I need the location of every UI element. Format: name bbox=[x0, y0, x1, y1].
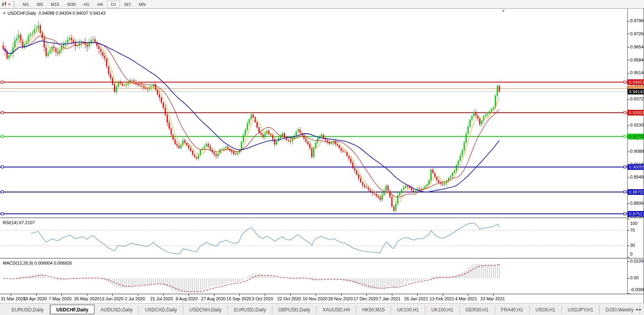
hline-price-label: 0.91709 bbox=[628, 134, 644, 139]
date-tick-label: 10 Nov 2020 bbox=[303, 296, 327, 301]
ohlc-close: 0.94143 bbox=[90, 11, 106, 15]
price-tick-label: 0.97260 bbox=[630, 31, 644, 36]
rsi-scale-label: 30 bbox=[630, 243, 635, 248]
chart-tab-9[interactable]: UK100,H1 bbox=[391, 305, 425, 314]
ohlc-open: 0.94088 bbox=[39, 11, 54, 15]
date-tick-label: 2 Jul 2020 bbox=[125, 296, 145, 301]
chart-tab-8[interactable]: HK50,M15 bbox=[356, 305, 391, 314]
date-tick-label: 26 Jan 2021 bbox=[404, 296, 428, 301]
toolbar-grip[interactable] bbox=[13, 1, 17, 7]
macd-scale-label: 0.00 bbox=[630, 275, 638, 280]
chevron-down-icon[interactable]: ▾ bbox=[8, 2, 10, 6]
macd-value-main: 0.006804 bbox=[34, 261, 52, 265]
date-tick-label: 21 Jul 2020 bbox=[150, 296, 173, 301]
date-tick-label: 8 Aug 2020 bbox=[175, 296, 198, 301]
timeframe-button-m15[interactable]: M15 bbox=[47, 1, 63, 8]
timeframe-button-h1[interactable]: H1 bbox=[80, 1, 93, 8]
chart-tab-13[interactable]: USOil,H1 bbox=[530, 305, 562, 314]
timeframe-button-m5[interactable]: M5 bbox=[33, 1, 46, 8]
hline-price-label: 0.87513 bbox=[628, 211, 644, 217]
chart-tab-11[interactable]: GER30,H1 bbox=[460, 305, 495, 314]
rsi-label: RSI(14) 67.2107 bbox=[3, 220, 35, 225]
current-price-label: 0.94143 bbox=[628, 89, 644, 94]
date-tick-label: 3 Oct 2020 bbox=[252, 296, 273, 301]
price-tick-label: 0.89480 bbox=[630, 175, 644, 179]
date-tick-label: 23 Mar 2021 bbox=[480, 296, 505, 301]
chart-tab-12[interactable]: FRA40,H1 bbox=[495, 305, 530, 314]
chart-tab-3[interactable]: USDCAD,Daily bbox=[139, 305, 183, 314]
timeframe-button-h4[interactable]: H4 bbox=[94, 1, 106, 8]
chart-tab-0[interactable]: EURUSD,Daily bbox=[6, 305, 50, 314]
price-tick-label: 0.93720 bbox=[630, 96, 644, 101]
chart-tab-1[interactable]: USDCHF,Daily bbox=[50, 305, 95, 314]
timeframe-button-m30[interactable]: M30 bbox=[64, 1, 79, 8]
date-tick-label: 28 Nov 2020 bbox=[328, 296, 353, 301]
collapse-icon[interactable]: ▼ bbox=[3, 12, 6, 15]
mt4-terminal: ▾ M1M5M15M30H1H4D1W1MN ▼USDCHF,Daily 0.9… bbox=[0, 0, 644, 315]
chart-title: ▼USDCHF,Daily 0.94088 0.94204 0.94037 0.… bbox=[3, 11, 105, 15]
macd-label: MACD(12,26,9) 0.006804 0.006826 bbox=[3, 261, 72, 265]
hline-price-label: 0.93001 bbox=[628, 110, 644, 115]
date-tick-label: 27 Aug 2020 bbox=[201, 296, 226, 301]
date-tick-label: 7 May 2020 bbox=[49, 296, 71, 301]
date-tick-label: 18 Apr 2020 bbox=[23, 296, 47, 301]
timeframe-buttons: M1M5M15M30H1H4D1W1MN bbox=[19, 2, 150, 7]
date-tick-label: 17 Dec 2020 bbox=[353, 296, 378, 301]
date-tick-label: 13 Feb 2021 bbox=[430, 296, 454, 301]
symbol-period-label: USDCHF,Daily bbox=[8, 11, 36, 15]
date-tick-label: 26 May 2020 bbox=[74, 296, 100, 301]
macd-name: MACD(12,26,9) bbox=[3, 261, 33, 265]
hline-price-label: 0.88703 bbox=[628, 189, 644, 195]
tab-scroll-right-icon[interactable]: ▸ bbox=[639, 307, 643, 311]
chart-canvas[interactable] bbox=[0, 9, 643, 303]
rsi-value: 67.2107 bbox=[19, 220, 35, 225]
chart-tab-14[interactable]: USDJPY,H1 bbox=[562, 305, 600, 314]
rsi-scale-label: 100 bbox=[630, 221, 637, 226]
tab-scroll-arrows: ◂▸ bbox=[634, 307, 643, 311]
price-tick-label: 0.95140 bbox=[630, 70, 644, 75]
macd-value-signal: 0.006826 bbox=[54, 261, 72, 265]
candlestick-icon bbox=[2, 2, 7, 7]
hline-price-label: 0.94651 bbox=[628, 79, 644, 85]
chart-tab-10[interactable]: UK100,H1 bbox=[425, 305, 459, 314]
timeframe-button-d1[interactable]: D1 bbox=[107, 1, 120, 8]
timeframe-button-m1[interactable]: M1 bbox=[19, 1, 33, 8]
macd-scale-label: -0.009653 bbox=[630, 287, 644, 292]
chart-tab-4[interactable]: USDCNH,Daily bbox=[183, 305, 228, 314]
chart-tabs: EURUSD,DailyUSDCHF,DailyAUDUSD,DailyUSDC… bbox=[6, 305, 644, 314]
hline-price-label: 0.90055 bbox=[628, 164, 644, 170]
chart-tab-2[interactable]: AUDUSD,Daily bbox=[94, 305, 139, 314]
timeframe-button-w1[interactable]: W1 bbox=[121, 1, 135, 8]
price-tick-label: 0.88060 bbox=[630, 201, 644, 206]
timeframe-toolbar: ▾ M1M5M15M30H1H4D1W1MN bbox=[0, 0, 644, 9]
price-tick-label: 0.90880 bbox=[630, 149, 644, 154]
date-tick-label: 4 Mar 2021 bbox=[455, 296, 477, 301]
price-tick-label: 0.92300 bbox=[630, 123, 644, 127]
price-tick-label: 0.95840 bbox=[630, 58, 644, 62]
chart-type-icon[interactable] bbox=[2, 2, 7, 7]
chart-tab-6[interactable]: GBPUSD,Daily bbox=[272, 305, 317, 314]
ohlc-low: 0.94037 bbox=[73, 11, 89, 15]
rsi-name: RSI(14) bbox=[3, 220, 18, 225]
price-tick-label: 0.96540 bbox=[630, 44, 644, 49]
date-tick-label: 13 Jun 2020 bbox=[100, 296, 124, 301]
date-tick-label: 31 Mar 2020 bbox=[1, 296, 25, 301]
date-tick-label: 22 Oct 2020 bbox=[277, 296, 301, 301]
date-tick-label: 15 Sep 2020 bbox=[226, 296, 251, 301]
chart-tab-bar: EURUSD,DailyUSDCHF,DailyAUDUSD,DailyUSDC… bbox=[0, 303, 644, 315]
chart-tab-7[interactable]: XAUUSD,H4 bbox=[316, 305, 356, 314]
rsi-scale-label: 0 bbox=[630, 252, 632, 256]
macd-scale-label: 0.010933 bbox=[630, 259, 644, 263]
ohlc-high: 0.94204 bbox=[56, 11, 71, 15]
tab-scroll-left-icon[interactable]: ◂ bbox=[636, 307, 639, 311]
price-tick-label: 0.97960 bbox=[630, 18, 644, 23]
chart-tab-5[interactable]: EURUSD,Daily bbox=[228, 305, 272, 314]
timeframe-button-mn[interactable]: MN bbox=[135, 1, 149, 8]
rsi-scale-label: 70 bbox=[630, 228, 635, 232]
date-tick-label: 7 Jan 2021 bbox=[379, 296, 400, 301]
